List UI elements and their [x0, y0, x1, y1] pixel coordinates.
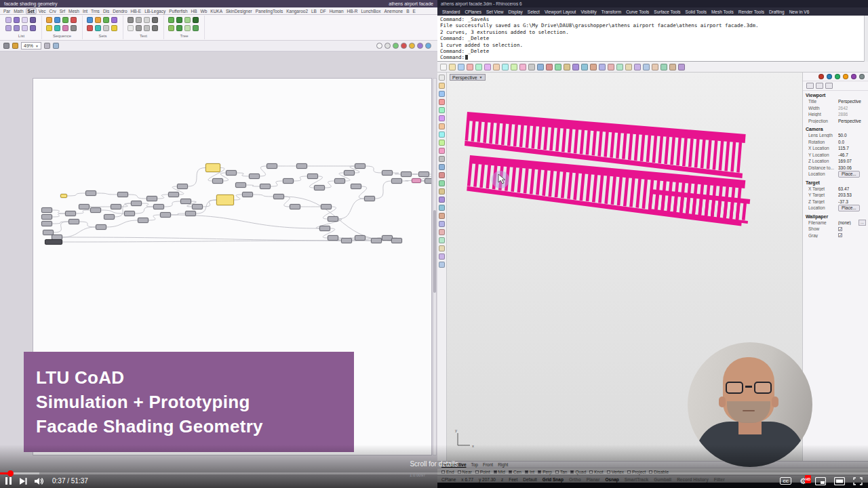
status-toggle-osnap[interactable]: Osnap — [606, 477, 619, 482]
component-icon[interactable] — [5, 25, 12, 31]
gh-node[interactable] — [296, 163, 307, 169]
panel-row-value[interactable]: 63.47 — [838, 186, 849, 191]
settings-gear-icon[interactable]: ⚙HD — [800, 477, 807, 485]
panel-row-value[interactable]: 50.0 — [838, 133, 847, 138]
side-toolbar-icon[interactable] — [439, 123, 445, 129]
status-toggle-planar[interactable]: Planar — [587, 477, 600, 482]
rhino-menu-new-in-v6[interactable]: New in V6 — [789, 9, 810, 14]
gh-tab-hb[interactable]: HB — [190, 9, 199, 14]
rhino-menu-transform[interactable]: Transform — [601, 9, 621, 14]
toolbar-icon[interactable] — [669, 64, 676, 70]
gh-node[interactable] — [355, 163, 366, 169]
command-scrollbar[interactable] — [864, 16, 868, 62]
rhino-menu-display[interactable]: Display — [509, 9, 523, 14]
component-icon[interactable] — [152, 25, 158, 31]
panel-row-value[interactable]: 2642 — [838, 106, 848, 110]
component-icon[interactable] — [46, 25, 52, 31]
gh-tab-int[interactable]: Int — [81, 9, 89, 14]
theater-mode-button[interactable] — [834, 477, 845, 485]
component-icon[interactable] — [136, 25, 142, 31]
rhino-menu-viewport-layout[interactable]: Viewport Layout — [545, 9, 576, 14]
component-icon[interactable] — [14, 17, 20, 23]
side-toolbar-icon[interactable] — [439, 229, 445, 235]
gh-node[interactable] — [41, 214, 52, 220]
gh-node[interactable] — [85, 190, 96, 196]
gh-node[interactable] — [401, 171, 412, 177]
toolbar-icon[interactable] — [519, 64, 526, 70]
component-icon[interactable] — [193, 25, 199, 31]
volume-icon[interactable] — [35, 477, 45, 485]
open-folder-icon[interactable] — [12, 43, 18, 49]
side-toolbar-icon[interactable] — [439, 148, 445, 154]
gh-node[interactable] — [235, 182, 246, 188]
gh-tab-lb-legacy[interactable]: LB-Legacy — [143, 9, 167, 14]
pan-icon[interactable] — [44, 43, 50, 49]
gh-node[interactable] — [267, 163, 277, 169]
component-icon[interactable] — [176, 25, 182, 31]
panel-tab-icon[interactable] — [827, 74, 832, 79]
gh-node[interactable] — [260, 184, 271, 189]
side-toolbar-icon[interactable] — [439, 197, 445, 203]
component-icon[interactable] — [62, 17, 68, 23]
toolbar-icon[interactable] — [511, 64, 517, 70]
gh-tab-kangaroo2[interactable]: Kangaroo2 — [285, 9, 309, 14]
gh-node[interactable] — [146, 196, 157, 201]
gh-node[interactable] — [68, 219, 79, 224]
panel-place-button[interactable]: Place... — [838, 171, 860, 178]
side-toolbar-icon[interactable] — [439, 115, 445, 121]
display-mode-icon[interactable] — [384, 43, 391, 49]
zoom-control[interactable]: 49% ▼ — [21, 42, 41, 49]
panel-row-value[interactable]: Perspective — [838, 99, 861, 104]
gh-tab-e[interactable]: E — [412, 9, 417, 14]
toolbar-icon[interactable] — [643, 64, 650, 70]
component-icon[interactable] — [30, 25, 36, 31]
component-icon[interactable] — [103, 25, 109, 31]
gh-node[interactable] — [344, 170, 355, 176]
gh-node[interactable] — [41, 207, 52, 213]
component-icon[interactable] — [184, 25, 191, 31]
toolbar-icon[interactable] — [572, 64, 579, 70]
display-mode-icon[interactable] — [401, 43, 407, 49]
gh-tab-b[interactable]: B — [405, 9, 410, 14]
fullscreen-button[interactable] — [853, 477, 863, 485]
save-icon[interactable] — [3, 43, 9, 49]
toolbar-icon[interactable] — [440, 64, 447, 70]
toolbar-icon[interactable] — [652, 64, 658, 70]
side-toolbar-icon[interactable] — [439, 91, 445, 97]
toolbar-icon[interactable] — [484, 64, 491, 70]
status-toggle-smarttrack[interactable]: SmartTrack — [625, 477, 648, 482]
gh-node[interactable] — [290, 204, 300, 209]
toolbar-icon[interactable] — [599, 64, 606, 70]
gh-node[interactable] — [355, 235, 366, 241]
status-toggle-grid-snap[interactable]: Grid Snap — [542, 477, 564, 482]
component-icon[interactable] — [54, 25, 60, 31]
gh-node[interactable] — [79, 204, 90, 209]
component-icon[interactable] — [54, 17, 60, 23]
gh-tab-human[interactable]: Human — [328, 9, 345, 14]
gh-tab-math[interactable]: Math — [12, 9, 24, 14]
viewport-title-chip[interactable]: Perspective ▼ — [450, 74, 486, 81]
panel-row-value[interactable]: 115.7 — [838, 146, 849, 150]
panel-row-value[interactable]: 330.06 — [838, 165, 852, 170]
rhino-menu-solid-tools[interactable]: Solid Tools — [686, 9, 707, 14]
toolbar-icon[interactable] — [546, 64, 553, 70]
panel-row-value[interactable]: -46.7 — [838, 152, 848, 157]
component-icon[interactable] — [30, 17, 36, 23]
component-icon[interactable] — [71, 17, 77, 23]
gh-node[interactable] — [418, 171, 429, 177]
toolbar-icon[interactable] — [625, 64, 632, 70]
panel-view-icon[interactable] — [825, 83, 833, 89]
gh-node[interactable] — [153, 204, 164, 209]
scroll-thumb[interactable] — [433, 210, 436, 293]
component-icon[interactable] — [22, 25, 28, 31]
side-toolbar-icon[interactable] — [439, 245, 445, 251]
toolbar-icon[interactable] — [678, 64, 685, 70]
gh-node[interactable] — [216, 195, 234, 205]
side-toolbar-icon[interactable] — [439, 107, 445, 113]
panel-tab-icon[interactable] — [835, 74, 840, 79]
gh-tab-lunchbox[interactable]: LunchBox — [359, 9, 382, 14]
component-icon[interactable] — [176, 17, 182, 23]
gh-node[interactable] — [185, 211, 196, 216]
side-toolbar-icon[interactable] — [439, 172, 445, 178]
gh-node[interactable] — [273, 194, 284, 199]
